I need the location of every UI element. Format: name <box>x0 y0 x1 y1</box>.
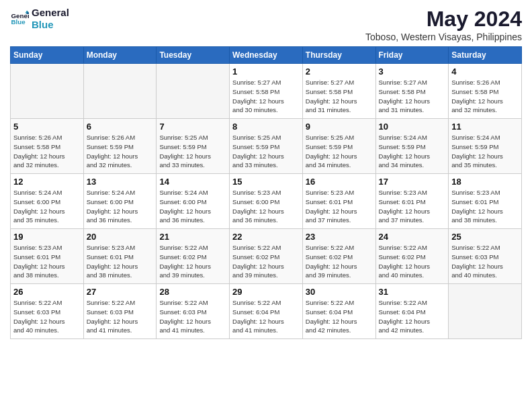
day-info: Sunrise: 5:24 AMSunset: 6:00 PMDaylight:… <box>87 188 154 225</box>
day-number: 21 <box>159 232 226 242</box>
calendar-day: 25Sunrise: 5:22 AMSunset: 6:03 PMDayligh… <box>449 229 522 284</box>
calendar-day: 20Sunrise: 5:23 AMSunset: 6:01 PMDayligh… <box>83 229 157 284</box>
calendar-day: 6Sunrise: 5:26 AMSunset: 5:59 PMDaylight… <box>83 119 157 174</box>
day-info: Sunrise: 5:23 AMSunset: 6:01 PMDaylight:… <box>87 243 154 280</box>
calendar-day: 31Sunrise: 5:22 AMSunset: 6:04 PMDayligh… <box>375 284 449 339</box>
calendar-day <box>11 64 84 119</box>
day-number: 18 <box>451 177 519 187</box>
day-info: Sunrise: 5:27 AMSunset: 5:58 PMDaylight:… <box>232 78 300 115</box>
calendar-day: 9Sunrise: 5:25 AMSunset: 5:59 PMDaylight… <box>302 119 375 174</box>
svg-text:Blue: Blue <box>11 18 26 26</box>
calendar-day: 5Sunrise: 5:26 AMSunset: 5:58 PMDaylight… <box>11 119 84 174</box>
day-info: Sunrise: 5:26 AMSunset: 5:59 PMDaylight:… <box>87 133 154 170</box>
day-number: 5 <box>13 122 81 132</box>
calendar-day: 18Sunrise: 5:23 AMSunset: 6:01 PMDayligh… <box>449 174 522 229</box>
calendar-day: 7Sunrise: 5:25 AMSunset: 5:59 PMDaylight… <box>157 119 230 174</box>
calendar-week-row: 12Sunrise: 5:24 AMSunset: 6:00 PMDayligh… <box>11 174 522 229</box>
calendar-day: 24Sunrise: 5:22 AMSunset: 6:02 PMDayligh… <box>375 229 449 284</box>
logo: General Blue General Blue <box>10 7 69 31</box>
day-number: 22 <box>232 232 300 242</box>
header-wednesday: Wednesday <box>230 47 303 64</box>
header-saturday: Saturday <box>449 47 522 64</box>
calendar-day: 27Sunrise: 5:22 AMSunset: 6:03 PMDayligh… <box>83 284 157 339</box>
day-number: 31 <box>379 287 446 297</box>
day-number: 30 <box>306 287 373 297</box>
day-number: 17 <box>379 177 446 187</box>
calendar-day: 8Sunrise: 5:25 AMSunset: 5:59 PMDaylight… <box>230 119 303 174</box>
calendar-day: 3Sunrise: 5:27 AMSunset: 5:58 PMDaylight… <box>375 64 449 119</box>
calendar-week-row: 26Sunrise: 5:22 AMSunset: 6:03 PMDayligh… <box>11 284 522 339</box>
day-info: Sunrise: 5:25 AMSunset: 5:59 PMDaylight:… <box>159 133 226 170</box>
calendar-day: 14Sunrise: 5:24 AMSunset: 6:00 PMDayligh… <box>157 174 230 229</box>
day-number: 2 <box>306 66 373 77</box>
calendar-day: 12Sunrise: 5:24 AMSunset: 6:00 PMDayligh… <box>11 174 84 229</box>
day-number: 11 <box>451 122 519 132</box>
day-number: 4 <box>451 66 519 77</box>
header-sunday: Sunday <box>11 47 84 64</box>
logo-icon: General Blue <box>10 9 29 28</box>
day-info: Sunrise: 5:27 AMSunset: 5:58 PMDaylight:… <box>306 78 373 115</box>
day-number: 23 <box>306 232 373 242</box>
day-number: 28 <box>159 287 226 297</box>
day-number: 13 <box>87 177 154 187</box>
day-info: Sunrise: 5:23 AMSunset: 6:01 PMDaylight:… <box>306 188 373 225</box>
day-number: 12 <box>13 177 81 187</box>
calendar-day: 22Sunrise: 5:22 AMSunset: 6:02 PMDayligh… <box>230 229 303 284</box>
header-thursday: Thursday <box>302 47 375 64</box>
calendar-day: 1Sunrise: 5:27 AMSunset: 5:58 PMDaylight… <box>230 64 303 119</box>
day-number: 24 <box>379 232 446 242</box>
calendar-week-row: 5Sunrise: 5:26 AMSunset: 5:58 PMDaylight… <box>11 119 522 174</box>
calendar-day: 13Sunrise: 5:24 AMSunset: 6:00 PMDayligh… <box>83 174 157 229</box>
day-info: Sunrise: 5:22 AMSunset: 6:03 PMDaylight:… <box>13 298 81 335</box>
day-info: Sunrise: 5:22 AMSunset: 6:02 PMDaylight:… <box>159 243 226 280</box>
calendar-day <box>449 284 522 339</box>
calendar-day: 11Sunrise: 5:24 AMSunset: 5:59 PMDayligh… <box>449 119 522 174</box>
calendar-week-row: 1Sunrise: 5:27 AMSunset: 5:58 PMDaylight… <box>11 64 522 119</box>
day-info: Sunrise: 5:22 AMSunset: 6:04 PMDaylight:… <box>379 298 446 335</box>
day-info: Sunrise: 5:22 AMSunset: 6:02 PMDaylight:… <box>306 243 373 280</box>
calendar-day: 10Sunrise: 5:24 AMSunset: 5:59 PMDayligh… <box>375 119 449 174</box>
header-tuesday: Tuesday <box>157 47 230 64</box>
day-info: Sunrise: 5:24 AMSunset: 5:59 PMDaylight:… <box>379 133 446 170</box>
logo-text-blue: Blue <box>32 19 69 31</box>
day-info: Sunrise: 5:26 AMSunset: 5:58 PMDaylight:… <box>13 133 81 170</box>
location-text: Toboso, Western Visayas, Philippines <box>365 32 522 42</box>
day-number: 16 <box>306 177 373 187</box>
day-info: Sunrise: 5:22 AMSunset: 6:03 PMDaylight:… <box>451 243 519 280</box>
day-info: Sunrise: 5:25 AMSunset: 5:59 PMDaylight:… <box>232 133 300 170</box>
day-number: 26 <box>13 287 81 297</box>
day-info: Sunrise: 5:22 AMSunset: 6:03 PMDaylight:… <box>87 298 154 335</box>
month-title: May 2024 <box>365 7 522 32</box>
calendar-day: 30Sunrise: 5:22 AMSunset: 6:04 PMDayligh… <box>302 284 375 339</box>
day-info: Sunrise: 5:24 AMSunset: 6:00 PMDaylight:… <box>159 188 226 225</box>
day-number: 14 <box>159 177 226 187</box>
calendar-day <box>83 64 157 119</box>
calendar-day: 17Sunrise: 5:23 AMSunset: 6:01 PMDayligh… <box>375 174 449 229</box>
day-number: 20 <box>87 232 154 242</box>
page-header: General Blue General Blue May 2024 Tobos… <box>10 7 522 42</box>
calendar-day: 23Sunrise: 5:22 AMSunset: 6:02 PMDayligh… <box>302 229 375 284</box>
calendar-day: 15Sunrise: 5:23 AMSunset: 6:00 PMDayligh… <box>230 174 303 229</box>
calendar-day: 4Sunrise: 5:26 AMSunset: 5:58 PMDaylight… <box>449 64 522 119</box>
day-number: 1 <box>232 66 300 77</box>
calendar-table: SundayMondayTuesdayWednesdayThursdayFrid… <box>10 46 522 339</box>
day-number: 6 <box>87 122 154 132</box>
calendar-header-row: SundayMondayTuesdayWednesdayThursdayFrid… <box>11 47 522 64</box>
day-info: Sunrise: 5:24 AMSunset: 5:59 PMDaylight:… <box>451 133 519 170</box>
day-info: Sunrise: 5:24 AMSunset: 6:00 PMDaylight:… <box>13 188 81 225</box>
day-number: 15 <box>232 177 300 187</box>
day-info: Sunrise: 5:23 AMSunset: 6:00 PMDaylight:… <box>232 188 300 225</box>
calendar-day: 19Sunrise: 5:23 AMSunset: 6:01 PMDayligh… <box>11 229 84 284</box>
day-number: 8 <box>232 122 300 132</box>
calendar-day: 28Sunrise: 5:22 AMSunset: 6:03 PMDayligh… <box>157 284 230 339</box>
calendar-day: 29Sunrise: 5:22 AMSunset: 6:04 PMDayligh… <box>230 284 303 339</box>
day-number: 25 <box>451 232 519 242</box>
day-number: 7 <box>159 122 226 132</box>
day-number: 3 <box>379 66 446 77</box>
day-info: Sunrise: 5:22 AMSunset: 6:02 PMDaylight:… <box>232 243 300 280</box>
day-info: Sunrise: 5:22 AMSunset: 6:04 PMDaylight:… <box>306 298 373 335</box>
day-info: Sunrise: 5:27 AMSunset: 5:58 PMDaylight:… <box>379 78 446 115</box>
day-info: Sunrise: 5:22 AMSunset: 6:04 PMDaylight:… <box>232 298 300 335</box>
calendar-day: 21Sunrise: 5:22 AMSunset: 6:02 PMDayligh… <box>157 229 230 284</box>
day-info: Sunrise: 5:26 AMSunset: 5:58 PMDaylight:… <box>451 78 519 115</box>
